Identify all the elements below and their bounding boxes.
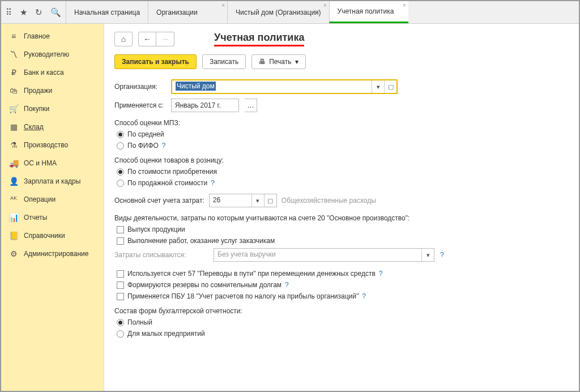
open-icon[interactable]: ▢: [384, 80, 396, 93]
sidebar-item-1[interactable]: 〽Руководителю: [1, 45, 104, 63]
checkbox-reserves[interactable]: [117, 282, 124, 289]
date-label: Применяется с:: [114, 101, 165, 109]
sidebar-icon: 〽: [9, 50, 18, 59]
dropdown-icon[interactable]: ▾: [251, 194, 264, 207]
sidebar-item-5[interactable]: ▦Склад: [1, 118, 104, 136]
help-icon[interactable]: ?: [440, 251, 444, 259]
sidebar-label: Справочники: [24, 232, 65, 240]
close-icon[interactable]: ×: [221, 2, 225, 8]
help-icon[interactable]: ?: [162, 142, 166, 150]
checkbox-pbu18[interactable]: [117, 293, 124, 300]
writeoff-select: Без учета выручки ▾: [214, 248, 434, 262]
sidebar-label: Банк и касса: [24, 69, 64, 76]
account-label: Основной счет учета затрат:: [114, 197, 204, 204]
home-button[interactable]: ⌂: [114, 32, 133, 46]
date-picker-button[interactable]: …: [245, 99, 257, 112]
close-icon[interactable]: ×: [403, 2, 406, 8]
sidebar-icon: 👤: [9, 177, 18, 186]
sidebar-label: Производство: [24, 141, 68, 149]
sidebar-label: Зарплата и кадры: [24, 177, 80, 185]
sidebar-item-2[interactable]: ₽Банк и касса: [1, 63, 104, 82]
print-button[interactable]: 🖶 Печать ▾: [251, 54, 305, 69]
tab-3[interactable]: Учетная политика×: [329, 1, 408, 23]
sidebar-label: Покупки: [24, 105, 49, 113]
sidebar-icon: ₽: [9, 68, 18, 77]
sidebar-icon: ⚗: [9, 140, 18, 150]
sidebar-item-4[interactable]: 🛒Покупки: [1, 100, 104, 118]
radio-avg[interactable]: [117, 131, 124, 138]
search-icon[interactable]: 🔍: [50, 7, 61, 18]
activities-label: Виды деятельности, затраты по которым уч…: [114, 214, 569, 222]
sidebar-icon: ᴬᴷ: [9, 195, 18, 204]
dropdown-icon: ▾: [295, 58, 298, 66]
sidebar-label: Администрирование: [24, 250, 88, 258]
writeoff-label: Затраты списываются:: [114, 251, 208, 259]
sidebar-item-7[interactable]: 🚚ОС и НМА: [1, 154, 104, 172]
dropdown-icon: ▾: [421, 249, 434, 261]
account-desc: Общехозяйственные расходы: [282, 197, 376, 204]
back-button[interactable]: ←: [138, 32, 156, 46]
forward-button: →: [156, 32, 174, 46]
sidebar-label: ОС и НМА: [24, 159, 57, 167]
help-icon[interactable]: ?: [362, 292, 366, 300]
sidebar-item-8[interactable]: 👤Зарплата и кадры: [1, 172, 104, 190]
sidebar-icon: 📊: [9, 213, 18, 222]
dropdown-icon[interactable]: ▾: [372, 80, 384, 93]
printer-icon: 🖶: [259, 58, 266, 66]
sidebar-icon: ▦: [9, 122, 18, 131]
history-icon[interactable]: ↻: [35, 7, 42, 18]
tab-2[interactable]: Чистый дом (Организация)×: [227, 1, 329, 23]
sidebar-label: Главное: [24, 32, 50, 40]
sidebar-icon: 🛍: [9, 86, 18, 95]
checkbox-account57[interactable]: [117, 270, 124, 278]
sidebar-item-12[interactable]: ⚙Администрирование: [1, 245, 104, 263]
sidebar-icon: 🛒: [9, 104, 18, 113]
sidebar-label: Операции: [24, 195, 56, 203]
sidebar-item-6[interactable]: ⚗Производство: [1, 136, 104, 154]
sidebar-label: Продажи: [24, 87, 52, 95]
save-close-button[interactable]: Записать и закрыть: [114, 54, 197, 69]
help-icon[interactable]: ?: [285, 281, 289, 289]
date-input[interactable]: Январь 2017 г.: [171, 99, 239, 112]
radio-sale[interactable]: [117, 180, 124, 187]
reporting-label: Состав форм бухгалтерской отчетности:: [114, 307, 569, 315]
help-icon[interactable]: ?: [211, 179, 215, 187]
star-icon[interactable]: ★: [20, 7, 27, 18]
sidebar-item-9[interactable]: ᴬᴷОперации: [1, 190, 104, 208]
close-icon[interactable]: ×: [323, 2, 327, 8]
sidebar-label: Склад: [24, 123, 44, 131]
open-icon[interactable]: ▢: [264, 194, 276, 207]
page-title: Учетная политика: [214, 32, 304, 46]
sidebar-label: Руководителю: [24, 50, 69, 58]
sidebar-icon: 🚚: [9, 159, 18, 168]
radio-purchase[interactable]: [117, 168, 124, 176]
radio-fifo[interactable]: [117, 142, 124, 150]
save-button[interactable]: Записать: [202, 54, 246, 69]
tab-1[interactable]: Организации×: [148, 1, 227, 23]
sidebar-icon: ≡: [9, 32, 18, 41]
sidebar-item-11[interactable]: 📒Справочники: [1, 227, 104, 245]
org-label: Организация:: [114, 83, 165, 91]
checkbox-services[interactable]: [117, 237, 124, 245]
retail-label: Способ оценки товаров в розницу:: [114, 156, 569, 164]
org-input[interactable]: Чистый дом ▾ ▢: [171, 79, 398, 94]
help-icon[interactable]: ?: [379, 270, 383, 278]
checkbox-production[interactable]: [117, 226, 124, 233]
account-input[interactable]: 26 ▾ ▢: [209, 194, 277, 207]
radio-small[interactable]: [117, 330, 124, 338]
sidebar-item-3[interactable]: 🛍Продажи: [1, 82, 104, 100]
sidebar-icon: 📒: [9, 231, 18, 240]
tab-0[interactable]: Начальная страница: [66, 1, 148, 23]
mpz-label: Способ оценки МПЗ:: [114, 119, 569, 127]
sidebar-item-10[interactable]: 📊Отчеты: [1, 208, 104, 227]
sidebar-label: Отчеты: [24, 214, 47, 221]
apps-icon[interactable]: ⠿: [6, 7, 12, 18]
radio-full[interactable]: [117, 319, 124, 326]
sidebar-item-0[interactable]: ≡Главное: [1, 27, 104, 45]
sidebar-icon: ⚙: [9, 249, 18, 258]
